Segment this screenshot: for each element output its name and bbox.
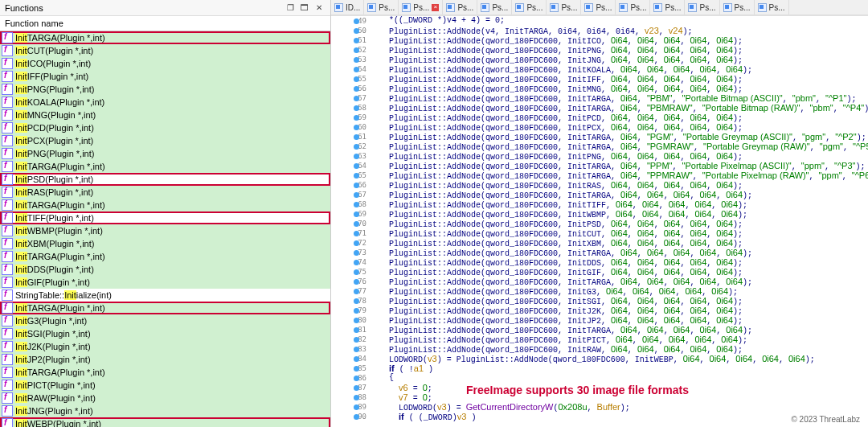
tab[interactable]: Ps...: [443, 0, 477, 14]
line-number[interactable]: 69: [331, 209, 370, 219]
line-number[interactable]: 80: [331, 315, 370, 325]
maximize-button[interactable]: 🗖: [298, 2, 311, 14]
function-row[interactable]: InitTIFF(Plugin *,int): [0, 211, 330, 224]
tab[interactable]: Ps...: [616, 0, 650, 14]
line-number[interactable]: 72: [331, 238, 370, 248]
line-number[interactable]: 60: [331, 122, 370, 132]
tab[interactable]: Ps...×: [399, 0, 443, 14]
function-row[interactable]: InitTARGA(Plugin *,int): [0, 31, 330, 44]
line-number[interactable]: 75: [331, 267, 370, 277]
line-number[interactable]: 88: [331, 392, 370, 402]
line-number[interactable]: 73: [331, 248, 370, 257]
line-number[interactable]: 87: [331, 383, 370, 392]
tab[interactable]: Ps...: [581, 0, 616, 14]
function-icon: [2, 392, 13, 404]
line-number[interactable]: 84: [331, 354, 370, 363]
line-number[interactable]: 77: [331, 286, 370, 296]
line-number[interactable]: 51: [331, 35, 370, 45]
functions-list[interactable]: InitTARGA(Plugin *,int)InitCUT(Plugin *,…: [0, 31, 330, 427]
function-row[interactable]: InitGIF(Plugin *,int): [0, 276, 330, 289]
function-row[interactable]: InitWEBP(Plugin *,int): [0, 417, 330, 427]
function-row[interactable]: InitRAW(Plugin *,int): [0, 392, 330, 404]
line-number[interactable]: 56: [331, 84, 370, 93]
tab[interactable]: Ps...: [685, 0, 719, 14]
restore-button[interactable]: ❐: [284, 2, 297, 14]
function-row[interactable]: InitPCD(Plugin *,int): [0, 121, 330, 134]
line-number[interactable]: 50: [331, 26, 370, 35]
line-number[interactable]: 83: [331, 344, 370, 354]
tab[interactable]: Ps...: [364, 0, 399, 14]
tab-close-icon[interactable]: ×: [432, 4, 439, 11]
function-row[interactable]: InitPNG(Plugin *,int): [0, 83, 330, 96]
line-number[interactable]: 57: [331, 93, 370, 103]
function-row[interactable]: StringTable::Initialize(int): [0, 289, 330, 302]
line-number[interactable]: 59: [331, 113, 370, 122]
line-number[interactable]: 74: [331, 257, 370, 267]
tab[interactable]: Ps...: [650, 0, 685, 14]
line-number[interactable]: 54: [331, 64, 370, 74]
function-row[interactable]: InitSGI(Plugin *,int): [0, 327, 330, 340]
function-row[interactable]: InitDDS(Plugin *,int): [0, 263, 330, 276]
function-row[interactable]: InitPSD(Plugin *,int): [0, 173, 330, 186]
tab[interactable]: Ps...: [720, 0, 755, 14]
function-row[interactable]: InitG3(Plugin *,int): [0, 314, 330, 327]
line-number[interactable]: 71: [331, 228, 370, 238]
line-number[interactable]: 78: [331, 296, 370, 306]
line-number[interactable]: 85: [331, 363, 370, 373]
line-number[interactable]: 90: [331, 412, 370, 421]
code-editor[interactable]: 4950515253545556575859606162636465666768…: [331, 16, 868, 427]
line-number[interactable]: 79: [331, 306, 370, 315]
function-row[interactable]: InitJ2K(Plugin *,int): [0, 340, 330, 353]
function-label: InitICO(Plugin *,int): [15, 59, 91, 68]
function-row[interactable]: InitRAS(Plugin *,int): [0, 186, 330, 199]
code-line: PluginList::AddNode(qword_180FDC600, Ini…: [370, 277, 868, 286]
function-row[interactable]: InitICO(Plugin *,int): [0, 57, 330, 70]
line-number[interactable]: 68: [331, 199, 370, 209]
code-line: PluginList::AddNode(qword_180FDC600, Ini…: [370, 335, 868, 344]
line-number[interactable]: 89: [331, 402, 370, 412]
close-button[interactable]: ✕: [313, 2, 326, 14]
line-number[interactable]: 63: [331, 151, 370, 161]
function-row[interactable]: InitTARGA(Plugin *,int): [0, 160, 330, 173]
function-row[interactable]: InitTARGA(Plugin *,int): [0, 366, 330, 379]
function-row[interactable]: InitWBMP(Plugin *,int): [0, 224, 330, 237]
function-row[interactable]: InitCUT(Plugin *,int): [0, 44, 330, 57]
function-row[interactable]: InitXBM(Plugin *,int): [0, 237, 330, 250]
line-number[interactable]: 58: [331, 103, 370, 113]
function-row[interactable]: InitJNG(Plugin *,int): [0, 404, 330, 417]
line-number[interactable]: 61: [331, 132, 370, 142]
function-row[interactable]: InitPNG(Plugin *,int): [0, 147, 330, 160]
line-number[interactable]: 62: [331, 142, 370, 151]
line-number[interactable]: 52: [331, 45, 370, 55]
line-number[interactable]: 81: [331, 325, 370, 335]
function-row[interactable]: InitMNG(Plugin *,int): [0, 109, 330, 121]
function-row[interactable]: InitIFF(Plugin *,int): [0, 70, 330, 83]
tab-label: Ps...: [526, 3, 542, 12]
line-number[interactable]: 82: [331, 335, 370, 344]
tab[interactable]: ID...: [331, 0, 364, 14]
tab[interactable]: Ps...: [477, 0, 512, 14]
line-number[interactable]: 67: [331, 190, 370, 199]
line-number[interactable]: 55: [331, 74, 370, 84]
line-number[interactable]: 66: [331, 180, 370, 190]
function-row[interactable]: InitPCX(Plugin *,int): [0, 134, 330, 147]
tab[interactable]: Ps...: [547, 0, 581, 14]
line-number[interactable]: 76: [331, 277, 370, 286]
code-line: if ( !a1 ): [370, 363, 868, 373]
function-row[interactable]: InitTARGA(Plugin *,int): [0, 199, 330, 211]
line-number[interactable]: 53: [331, 55, 370, 64]
line-number[interactable]: 64: [331, 161, 370, 170]
function-row[interactable]: InitTARGA(Plugin *,int): [0, 250, 330, 263]
function-row[interactable]: InitJP2(Plugin *,int): [0, 353, 330, 366]
column-header[interactable]: Function name: [0, 16, 330, 31]
line-number[interactable]: 70: [331, 219, 370, 228]
line-number[interactable]: 65: [331, 170, 370, 180]
function-row[interactable]: InitPICT(Plugin *,int): [0, 379, 330, 392]
function-row[interactable]: InitKOALA(Plugin *,int): [0, 96, 330, 109]
function-row[interactable]: InitTARGA(Plugin *,int): [0, 302, 330, 314]
tab[interactable]: Ps...: [512, 0, 547, 14]
line-number[interactable]: 49: [331, 16, 370, 26]
tab-label: Ps...: [630, 3, 646, 12]
tab[interactable]: Ps...: [755, 0, 789, 14]
line-number[interactable]: 86: [331, 373, 370, 383]
